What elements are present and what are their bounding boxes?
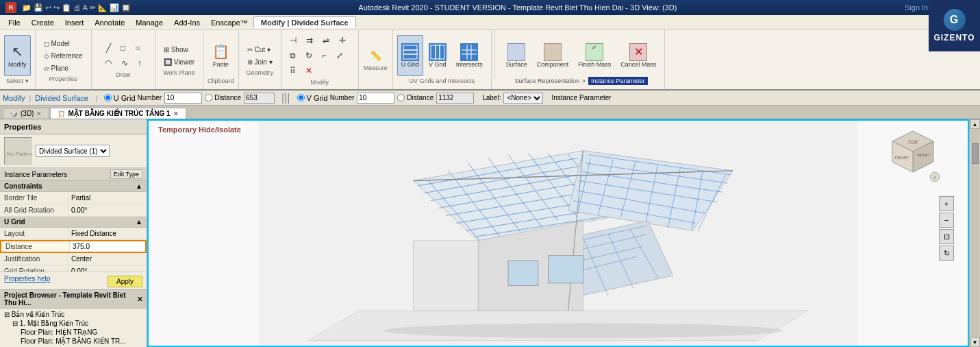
reference-button[interactable]: ◇ Reference xyxy=(40,50,87,62)
border-tile-value: Partial xyxy=(68,192,147,204)
cut-label: Cut ▾ xyxy=(255,46,271,53)
geometry-group: ✂ Cut ▾ ⊕ Join ▾ xyxy=(243,44,277,68)
align-button[interactable]: ⊣ xyxy=(286,34,301,47)
ugrid-button[interactable]: U Grid xyxy=(397,35,423,76)
show-label: Show xyxy=(171,46,188,53)
delete-button[interactable]: ✕ xyxy=(301,64,316,77)
zoom-out-button[interactable]: − xyxy=(939,213,954,228)
vgrid-distance-radio[interactable] xyxy=(397,94,405,101)
ribbon-section-clipboard: 📋 Paste Clipboard xyxy=(203,30,239,89)
menu-create[interactable]: Create xyxy=(26,17,60,28)
menu-annotate[interactable]: Annotate xyxy=(89,17,130,28)
props-footer: Properties help Apply xyxy=(0,272,147,289)
copy-button[interactable]: ⧉ xyxy=(286,49,300,62)
browser-expand-0: ⊟ xyxy=(4,311,12,318)
orbit-button[interactable]: ↻ xyxy=(939,246,954,261)
right-scrollbar: ▲ ▼ xyxy=(969,119,980,347)
scale-button[interactable]: ⤢ xyxy=(332,49,347,62)
svg-text:_No Pattern: _No Pattern xyxy=(5,151,32,157)
menu-addins[interactable]: Add-Ins xyxy=(168,17,205,28)
finish-mass-button[interactable]: ✓ Finish Mass xyxy=(574,35,615,76)
tab-3d[interactable]: 🎲 (3D) ✕ xyxy=(3,108,49,119)
properties-help-link[interactable]: Properties help xyxy=(4,275,50,283)
trim-button[interactable]: ⌐ xyxy=(318,49,331,62)
ugrid-distance-field[interactable] xyxy=(73,243,142,250)
draw-line-button[interactable]: ╱ xyxy=(102,41,115,55)
join-button[interactable]: ⊕ Join ▾ xyxy=(243,56,277,68)
surface-button[interactable]: Surface xyxy=(502,35,531,76)
surface-rep-buttons: Surface Component ✓ Finish Mass ✕ Cancel… xyxy=(502,35,661,76)
move-button[interactable]: ✛ xyxy=(335,34,350,47)
scroll-up-button[interactable]: ▲ xyxy=(970,119,980,129)
tab-mat-bang-close[interactable]: ✕ xyxy=(173,110,179,117)
menu-insert[interactable]: Insert xyxy=(60,17,90,28)
modify-title: Modify xyxy=(310,79,329,86)
plane-button[interactable]: ▱ Plane xyxy=(40,62,87,74)
component-button[interactable]: Component xyxy=(533,35,573,76)
browser-item-1[interactable]: ⊟ 1. Mặt Bằng Kiến Trúc xyxy=(0,319,147,328)
project-browser-title: Project Browser - Template Revit Biet Th… xyxy=(4,291,137,307)
paste-button[interactable]: 📋 Paste xyxy=(208,35,234,76)
view-cube[interactable]: TOP RIGHT FRONT ⌂ xyxy=(885,128,940,182)
browser-item-2[interactable]: Floor Plan: HIỆN TRẠNG xyxy=(0,328,147,337)
tab-3d-close[interactable]: ✕ xyxy=(36,110,42,117)
draw-arc-button[interactable]: ◠ xyxy=(101,56,116,70)
ugrid-number-input[interactable] xyxy=(164,93,202,104)
browser-item-3[interactable]: Floor Plan: MẶT BẰNG KIẾN TR... xyxy=(0,337,147,346)
tab-mat-bang-1[interactable]: 📋 MẶT BẰNG KIẾN TRÚC TẦNG 1 ✕ xyxy=(50,108,186,119)
rotate-button[interactable]: ↻ xyxy=(301,49,316,62)
menu-manage[interactable]: Manage xyxy=(130,17,168,28)
ugrid-section-collapse[interactable]: ▲ xyxy=(136,218,142,226)
offset-button[interactable]: ⇉ xyxy=(302,34,317,47)
cut-button[interactable]: ✂ Cut ▾ xyxy=(243,44,277,56)
modify-button[interactable]: ↖ Modify xyxy=(4,35,31,76)
vgrid-button[interactable]: V Grid xyxy=(425,35,451,76)
zoom-fit-button[interactable]: ⊡ xyxy=(939,229,954,244)
sign-in-label[interactable]: Sign In xyxy=(905,3,928,12)
ugrid-justification-value: Center xyxy=(68,253,147,265)
scroll-thumb[interactable] xyxy=(972,143,979,164)
browser-tree: ⊟ Bản vẽ Kiến Trúc ⊟ 1. Mặt Bằng Kiến Tr… xyxy=(0,309,147,347)
ugrid-distance-input[interactable] xyxy=(244,93,275,104)
array-button[interactable]: ⠿ xyxy=(286,64,300,77)
model-button[interactable]: ◻ Model xyxy=(40,38,87,49)
draw-circle-button[interactable]: ○ xyxy=(131,41,144,55)
ugrid-number-radio[interactable] xyxy=(104,94,112,101)
draw-pick-button[interactable]: ↑ xyxy=(134,56,146,70)
menu-enscape[interactable]: Enscape™ xyxy=(205,17,253,28)
constraints-collapse[interactable]: ▲ xyxy=(136,182,142,190)
reference-icon: ◇ xyxy=(44,52,49,60)
properties-title: Properties xyxy=(4,123,41,131)
breadcrumb-modify[interactable]: Modify xyxy=(3,94,25,102)
surface-rep-title: Surface Representation xyxy=(514,77,579,84)
viewer-button[interactable]: 🔲 Viewer xyxy=(160,56,199,68)
menu-modify-divided-surface[interactable]: Modify | Divided Surface xyxy=(253,16,356,28)
ribbon-section-draw: ╱ □ ○ ◠ ∿ ↑ Draw xyxy=(92,30,155,89)
vgrid-distance-input[interactable] xyxy=(436,93,474,104)
props-type-select[interactable]: Divided Surface (1) xyxy=(36,145,110,157)
measure-tool-button[interactable]: 📏 xyxy=(366,48,386,63)
zoom-in-button[interactable]: + xyxy=(939,196,954,211)
ugrid-radio-group: U Grid Number xyxy=(104,94,162,102)
label-select[interactable]: <None> xyxy=(503,93,543,104)
show-button[interactable]: ⊞ Show xyxy=(160,44,199,56)
ugrid-distance-radio[interactable] xyxy=(205,94,212,101)
cancel-mass-button[interactable]: ✕ Cancel Mass xyxy=(616,35,660,76)
draw-rect-button[interactable]: □ xyxy=(116,41,129,55)
menu-file[interactable]: File xyxy=(3,17,26,28)
svg-rect-60 xyxy=(508,261,538,285)
browser-item-0[interactable]: ⊟ Bản vẽ Kiến Trúc xyxy=(0,310,147,319)
mirror-button[interactable]: ⇌ xyxy=(318,34,334,47)
vgrid-number-input[interactable] xyxy=(357,93,394,104)
model-label: Model xyxy=(51,40,70,47)
intersects-button[interactable]: Intersects xyxy=(452,35,487,76)
apply-button[interactable]: Apply xyxy=(108,276,142,287)
breadcrumb-divided-surface[interactable]: Divided Surface xyxy=(35,94,88,102)
project-browser-close[interactable]: ✕ xyxy=(137,296,142,303)
edit-type-button[interactable]: Edit Type xyxy=(110,169,142,179)
scroll-down-button[interactable]: ▼ xyxy=(970,337,980,347)
ugrid-distance-value[interactable] xyxy=(70,241,145,252)
vgrid-number-radio[interactable] xyxy=(297,94,305,101)
draw-spline-button[interactable]: ∿ xyxy=(117,56,132,70)
viewport[interactable]: Temporary Hide/Isolate xyxy=(147,119,969,347)
